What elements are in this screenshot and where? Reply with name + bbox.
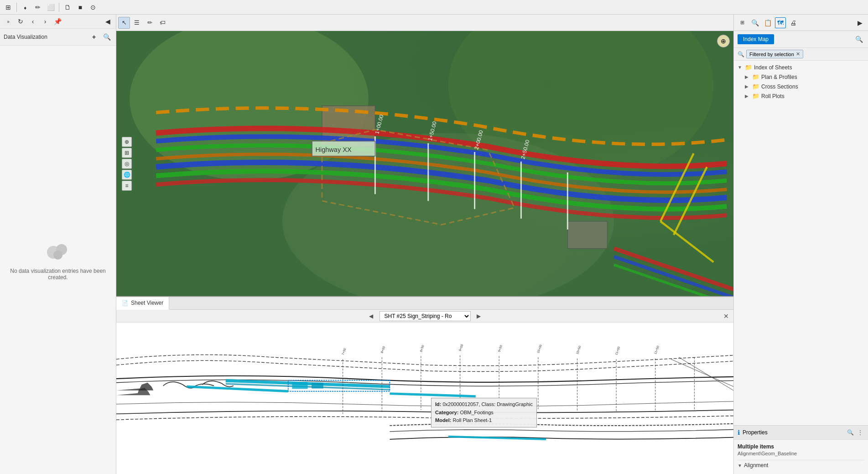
filter-tag: Filtered by selection ✕: [746, 50, 803, 58]
tree-item-label: Index of Sheets: [754, 64, 792, 71]
properties-alignment-section[interactable]: ▼ Alignment: [738, 460, 864, 470]
search-visualization-button[interactable]: 🔍: [101, 31, 112, 42]
tooltip-category-label: Category:: [435, 410, 460, 415]
secondary-toolbar: » ↻ ‹ › 📌 ◀: [0, 15, 116, 29]
properties-subtitle: Alignment\Geom_Baseline: [738, 451, 864, 456]
right-collapse-icon[interactable]: ▶: [854, 17, 865, 28]
filter-tag-label: Filtered by selection: [749, 52, 794, 57]
tree-item-label: Cross Sections: [761, 83, 798, 90]
map-view[interactable]: Highway XX 1+00.00 1+50.00 2+00.00 2+50.…: [116, 31, 733, 296]
properties-action-icons: 🔍 ⋮: [846, 428, 864, 437]
list-tool-button[interactable]: ☰: [131, 17, 143, 29]
tree-item-plan-profiles[interactable]: ▶ 📁 Plan & Profiles: [734, 72, 868, 82]
svg-rect-8: [567, 221, 607, 249]
tree-item-index-of-sheets[interactable]: ▼ 📁 Index of Sheets: [734, 63, 868, 72]
tag-tool-button[interactable]: 🏷: [156, 17, 168, 29]
left-panel-icons: + 🔍: [88, 31, 112, 42]
right-toolbar-icon1[interactable]: ⊞: [737, 17, 748, 28]
filter-close-button[interactable]: ✕: [796, 51, 800, 57]
left-panel-header: Data Visualization + 🔍: [0, 29, 116, 46]
tree-item-label: Roll Plots: [761, 93, 785, 99]
zoom-area-button[interactable]: ◎: [122, 159, 132, 169]
map-compass: ⊕: [717, 35, 730, 47]
draw-tool-button[interactable]: ✏: [144, 17, 156, 29]
pencil-icon[interactable]: ✏: [32, 2, 43, 13]
refresh-icon[interactable]: ↻: [15, 16, 26, 27]
sheet-viewer-tab-bar: 📄 Sheet Viewer: [116, 297, 733, 310]
tooltip-category-row: Category: OBM_Footings: [435, 409, 533, 417]
tree-toggle-icon: ▼: [738, 65, 743, 70]
tooltip-id-value: 0x20000012057, Class: DrawingGraphic: [443, 401, 533, 407]
collapse-panel-icon[interactable]: ◀: [102, 16, 113, 27]
map-toolbar: ↖ ☰ ✏ 🏷: [116, 15, 733, 31]
tree-item-cross-sections[interactable]: ▶ 📁 Cross Sections: [734, 82, 868, 91]
tree-toggle-icon: ▶: [745, 74, 750, 79]
square-icon[interactable]: ⬜: [45, 2, 56, 13]
right-search-icon[interactable]: 🔍: [749, 17, 760, 28]
import-icon[interactable]: 🗋: [62, 2, 73, 13]
back-icon[interactable]: ‹: [27, 16, 38, 27]
tree-toggle-icon: ▶: [745, 94, 750, 99]
tooltip-model-label: Model:: [435, 417, 453, 423]
sheet-tab-icon: 📄: [122, 300, 128, 306]
expand-icon[interactable]: »: [3, 16, 14, 27]
grid-icon[interactable]: ⊞: [3, 2, 14, 13]
tree-folder-icon: 📁: [752, 93, 759, 99]
sheet-close-button[interactable]: ✕: [722, 312, 731, 321]
svg-rect-22: [312, 383, 323, 389]
properties-info-icon: ℹ: [738, 429, 740, 436]
left-panel-title: Data Visualization: [4, 34, 47, 40]
properties-header: ℹ Properties 🔍 ⋮: [734, 426, 868, 440]
tree-item-roll-plots[interactable]: ▶ 📁 Roll Plots: [734, 91, 868, 101]
collapse-icon: ▼: [738, 463, 742, 468]
circle-icon[interactable]: ⊙: [88, 2, 99, 13]
right-active-icon[interactable]: 🗺: [775, 17, 786, 28]
index-map-button[interactable]: Index Map: [738, 34, 774, 44]
properties-more-button[interactable]: ⋮: [856, 428, 864, 437]
empty-state-text: No data visualization entries have been …: [9, 268, 107, 281]
sheet-content: 7+50 8+00 8+50 9+00 9+50 10+00 10+50 11+…: [116, 323, 733, 474]
svg-rect-21: [292, 382, 307, 389]
index-map-bar: Index Map 🔍: [734, 31, 868, 48]
roads-overlay: Highway XX 1+00.00 1+50.00 2+00.00 2+50.…: [116, 31, 733, 296]
svg-rect-20: [116, 336, 733, 461]
square-filled-icon[interactable]: ■: [75, 2, 86, 13]
properties-panel: ℹ Properties 🔍 ⋮ Multiple items Alignmen…: [734, 425, 868, 474]
forward-icon[interactable]: ›: [40, 16, 51, 27]
svg-text:Highway XX: Highway XX: [315, 146, 351, 153]
filter-bar: 🔍 Filtered by selection ✕: [734, 48, 868, 61]
select-tool-button[interactable]: ↖: [118, 17, 130, 29]
add-visualization-button[interactable]: +: [88, 31, 99, 42]
sheet-viewer-tab[interactable]: 📄 Sheet Viewer: [116, 297, 169, 310]
tooltip-category-value: OBM_Footings: [460, 410, 493, 415]
toolbar-separator-2: [59, 3, 59, 12]
svg-point-2: [53, 250, 62, 260]
tooltip-id-label: Id:: [435, 401, 443, 407]
layers-button[interactable]: ≡: [122, 181, 132, 191]
right-export-icon[interactable]: 📋: [762, 17, 773, 28]
next-sheet-button[interactable]: ▶: [474, 312, 483, 321]
main-layout: » ↻ ‹ › 📌 ◀ Data Visualization + 🔍 No da…: [0, 15, 868, 474]
compass-button[interactable]: ⊕: [122, 137, 132, 147]
sheet-nav-bar: ◀ SHT #25 Sign_Striping - Ro ▶ ✕: [116, 310, 733, 323]
tree-folder-icon: 📁: [745, 64, 752, 71]
globe-button[interactable]: 🌐: [122, 170, 132, 180]
tree-item-label: Plan & Profiles: [761, 74, 797, 80]
prev-sheet-button[interactable]: ◀: [367, 312, 376, 321]
properties-title: Multiple items: [738, 443, 864, 450]
top-toolbar: ⊞ ⬧ ✏ ⬜ 🗋 ■ ⊙: [0, 0, 868, 15]
properties-header-label: Properties: [743, 429, 768, 436]
sheet-tab-label: Sheet Viewer: [131, 300, 163, 306]
index-map-search-icon[interactable]: 🔍: [853, 34, 864, 45]
sheet-viewer: 📄 Sheet Viewer ◀ SHT #25 Sign_Striping -…: [116, 296, 733, 474]
sheet-name-dropdown[interactable]: SHT #25 Sign_Striping - Ro: [379, 311, 471, 321]
tree-folder-icon: 📁: [752, 73, 759, 80]
left-panel: » ↻ ‹ › 📌 ◀ Data Visualization + 🔍 No da…: [0, 15, 116, 474]
tree-folder-icon: 📁: [752, 83, 759, 90]
select-icon[interactable]: ⬧: [20, 2, 31, 13]
properties-search-button[interactable]: 🔍: [846, 428, 854, 437]
pin-icon[interactable]: 📌: [52, 16, 63, 27]
zoom-full-button[interactable]: ⊞: [122, 148, 132, 158]
right-panel: ⊞ 🔍 📋 🗺 🖨 ▶ Index Map 🔍 🔍 Filtered by se…: [733, 15, 868, 474]
right-print-icon[interactable]: 🖨: [788, 17, 799, 28]
